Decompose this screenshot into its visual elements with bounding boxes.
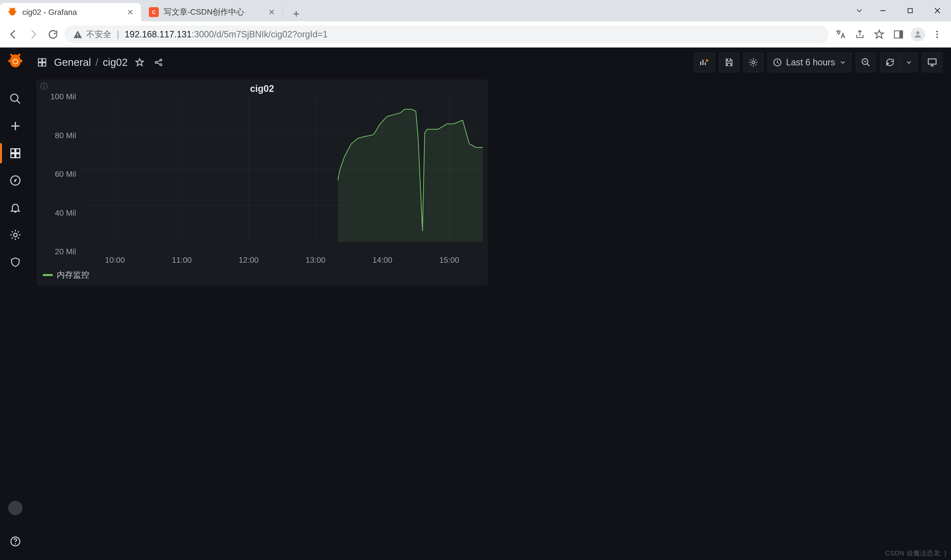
- browser-tab-title: cig02 - Grafana: [22, 8, 122, 17]
- compass-icon: [9, 174, 22, 187]
- zoom-out-button[interactable]: [856, 52, 876, 72]
- panel-cig02[interactable]: ⓘ cig02 20 Mil40 Mil60 Mil80 Mil100 Mil …: [37, 80, 488, 285]
- svg-point-12: [11, 94, 18, 101]
- nav-back-button[interactable]: [5, 26, 22, 43]
- x-tick-label: 15:00: [439, 255, 459, 265]
- sidebar-create-button[interactable]: [0, 112, 31, 140]
- svg-point-9: [936, 34, 938, 35]
- nav-forward-button[interactable]: [25, 26, 42, 43]
- grafana-topbar: General / cig02: [31, 48, 951, 77]
- svg-point-28: [752, 61, 755, 64]
- save-dashboard-button[interactable]: [719, 52, 739, 72]
- new-tab-button[interactable]: [289, 6, 304, 21]
- add-panel-icon: [699, 57, 710, 68]
- share-icon: [154, 58, 163, 67]
- sidebar-alerting-button[interactable]: [0, 194, 31, 222]
- dashboards-icon: [9, 147, 21, 159]
- svg-rect-16: [16, 154, 20, 158]
- not-secure-label: 不安全: [86, 29, 111, 40]
- browser-tab[interactable]: C 写文章-CSDN创作中心: [142, 3, 283, 21]
- refresh-button[interactable]: [880, 52, 900, 72]
- legend-label: 内存监控: [57, 269, 89, 280]
- window-controls: [849, 0, 951, 21]
- view-mode-button[interactable]: [922, 52, 943, 72]
- sidepanel-button[interactable]: [889, 26, 907, 43]
- chart-legend[interactable]: 内存监控: [37, 268, 487, 285]
- sidebar-help-button[interactable]: [0, 528, 31, 555]
- watermark-text: CSDN @魔法恐龙: ): [885, 549, 946, 557]
- sidebar-profile-button[interactable]: [0, 501, 31, 528]
- address-url: 192.168.117.131:3000/d/5m7SjBNIk/cig02?o…: [125, 29, 328, 40]
- svg-rect-22: [43, 58, 46, 62]
- y-tick-label: 40 Mil: [55, 208, 76, 217]
- chart-plot-area[interactable]: [82, 97, 483, 252]
- svg-rect-24: [43, 63, 46, 66]
- not-secure-indicator[interactable]: 不安全: [73, 29, 111, 40]
- svg-point-8: [936, 31, 938, 32]
- dashboards-icon[interactable]: [35, 55, 49, 69]
- clock-icon: [773, 58, 782, 67]
- chevron-down-icon: [839, 58, 846, 66]
- svg-rect-15: [11, 154, 15, 158]
- grafana-app: General / cig02: [0, 48, 951, 560]
- tab-close-icon[interactable]: [268, 8, 275, 16]
- shield-icon: [10, 257, 21, 268]
- bell-icon: [9, 202, 21, 214]
- grafana-sidebar: [0, 48, 31, 560]
- tab-search-button[interactable]: [849, 0, 869, 21]
- dashboard-settings-button[interactable]: [743, 52, 763, 72]
- warning-icon: [73, 29, 83, 39]
- grafana-main: General / cig02: [31, 48, 951, 560]
- sidebar-config-button[interactable]: [0, 222, 31, 249]
- share-button[interactable]: [851, 26, 869, 43]
- bookmark-button[interactable]: [870, 26, 888, 43]
- svg-rect-23: [38, 63, 42, 66]
- panel-title: cig02: [37, 80, 487, 97]
- breadcrumb-dashboard[interactable]: cig02: [103, 57, 128, 68]
- y-tick-label: 20 Mil: [55, 247, 76, 256]
- svg-point-20: [15, 543, 16, 545]
- tab-close-icon[interactable]: [126, 8, 134, 16]
- time-range-picker[interactable]: Last 6 hours: [768, 52, 852, 72]
- refresh-interval-picker[interactable]: [900, 52, 918, 72]
- svg-rect-6: [900, 31, 903, 38]
- add-panel-button[interactable]: [694, 52, 715, 72]
- favorite-button[interactable]: [133, 55, 146, 69]
- save-icon: [724, 57, 734, 67]
- chart-y-axis: 20 Mil40 Mil60 Mil80 Mil100 Mil: [40, 97, 82, 252]
- browser-tab-active[interactable]: cig02 - Grafana: [0, 3, 141, 21]
- grafana-favicon-icon: [8, 7, 17, 17]
- sidebar-admin-button[interactable]: [0, 249, 31, 276]
- chrome-menu-button[interactable]: [928, 26, 946, 43]
- share-dashboard-button[interactable]: [152, 55, 165, 69]
- avatar-icon: [8, 501, 23, 515]
- svg-rect-13: [11, 149, 15, 153]
- window-minimize-button[interactable]: [869, 0, 897, 21]
- breadcrumb-sep: /: [95, 57, 98, 68]
- star-icon: [135, 57, 145, 67]
- svg-point-18: [14, 233, 17, 237]
- monitor-icon: [927, 57, 937, 68]
- browser-tab-strip: cig02 - Grafana C 写文章-CSDN创作中心: [0, 0, 951, 21]
- sidebar-dashboards-button[interactable]: [0, 140, 31, 167]
- window-maximize-button[interactable]: [897, 0, 924, 21]
- x-tick-label: 11:00: [172, 255, 192, 265]
- window-close-button[interactable]: [924, 0, 951, 21]
- translate-button[interactable]: [832, 26, 849, 43]
- breadcrumb-folder[interactable]: General: [54, 57, 91, 68]
- profile-button[interactable]: [909, 26, 927, 43]
- x-tick-label: 14:00: [372, 255, 392, 265]
- address-bar[interactable]: 不安全 | 192.168.117.131:3000/d/5m7SjBNIk/c…: [65, 26, 829, 43]
- nav-reload-button[interactable]: [45, 26, 62, 43]
- grafana-logo-icon[interactable]: [4, 51, 26, 73]
- help-icon: [9, 535, 21, 548]
- sidebar-search-button[interactable]: [0, 85, 31, 112]
- sidebar-explore-button[interactable]: [0, 167, 31, 194]
- legend-swatch: [43, 274, 53, 276]
- svg-rect-3: [77, 34, 78, 35]
- x-tick-label: 12:00: [239, 255, 259, 265]
- panel-info-icon[interactable]: ⓘ: [40, 82, 48, 92]
- svg-text:C: C: [152, 9, 156, 15]
- x-tick-label: 13:00: [306, 255, 325, 265]
- y-tick-label: 60 Mil: [55, 169, 76, 179]
